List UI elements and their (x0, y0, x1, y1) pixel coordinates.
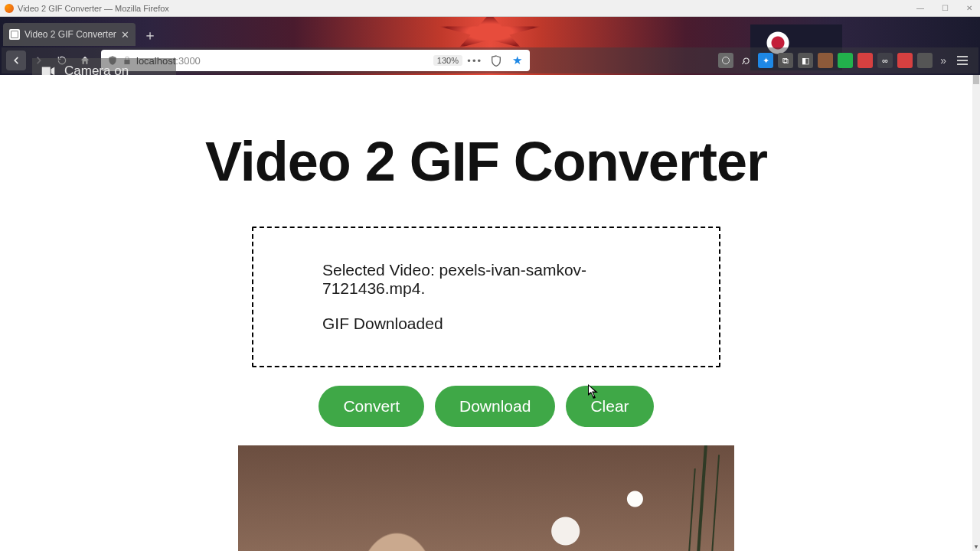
window-close-button[interactable]: ✕ (962, 4, 977, 12)
convert-button[interactable]: Convert (318, 386, 424, 427)
tab-close-icon[interactable]: ✕ (121, 29, 129, 41)
page-content: Video 2 GIF Converter Selected Video: pe… (0, 75, 972, 551)
page-viewport: Video 2 GIF Converter Selected Video: pe… (0, 75, 972, 551)
window-title: Video 2 GIF Converter — Mozilla Firefox (18, 4, 169, 13)
svg-point-1 (723, 57, 730, 64)
button-row: Convert Download Clear (318, 386, 653, 427)
window-minimize-button[interactable]: — (913, 4, 928, 12)
extension-icon[interactable]: ✦ (758, 53, 773, 68)
tab-active[interactable]: Video 2 GIF Converter ✕ (3, 23, 136, 46)
url-text: localhost:3000 (136, 55, 524, 67)
scroll-down-icon[interactable]: ▼ (972, 542, 980, 551)
clear-button[interactable]: Clear (566, 386, 653, 427)
page-heading: Video 2 GIF Converter (205, 130, 767, 193)
extension-icon[interactable] (838, 53, 853, 68)
app-menu-button[interactable] (954, 56, 971, 65)
dropzone[interactable]: Selected Video: pexels-ivan-samkov-71214… (252, 227, 720, 367)
firefox-icon (5, 4, 14, 13)
extension-icon[interactable]: ⧉ (778, 53, 793, 68)
extension-icon[interactable] (858, 53, 873, 68)
new-tab-button[interactable]: ＋ (139, 24, 162, 46)
nav-back-button[interactable] (6, 51, 26, 70)
download-button[interactable]: Download (435, 386, 555, 427)
extension-icon[interactable] (917, 53, 933, 68)
tab-bar: Video 2 GIF Converter ✕ ＋ (3, 21, 977, 46)
os-titlebar: Video 2 GIF Converter — Mozilla Firefox … (0, 0, 980, 17)
extension-icon[interactable] (897, 53, 913, 68)
window-controls: — ☐ ✕ (913, 0, 977, 16)
extension-tray: ✦ ⧉ ◧ ∞ » (718, 53, 974, 68)
arrow-left-icon (11, 55, 21, 66)
page-actions-icon[interactable]: ••• (467, 55, 482, 67)
extension-icon[interactable] (718, 53, 733, 68)
overflow-chevrons-icon[interactable]: » (937, 54, 949, 67)
status-label: GIF Downloaded (322, 315, 650, 333)
vertical-scrollbar[interactable]: ▲ ▼ (972, 75, 980, 551)
extension-icon[interactable]: ◧ (798, 53, 813, 68)
zoom-indicator[interactable]: 130% (433, 55, 462, 66)
window-maximize-button[interactable]: ☐ (937, 4, 952, 12)
reader-mode-icon[interactable] (490, 54, 502, 67)
tab-title: Video 2 GIF Converter (24, 29, 116, 40)
extension-icon[interactable] (818, 53, 833, 68)
extension-icon[interactable]: ∞ (877, 53, 893, 68)
cursor-icon (588, 384, 599, 399)
selected-video-label: Selected Video: pexels-ivan-samkov-71214… (322, 261, 650, 298)
bookmark-star-icon[interactable]: ★ (512, 54, 522, 67)
tab-favicon (9, 29, 20, 40)
url-port: :3000 (175, 55, 201, 67)
scrollbar-thumb[interactable] (973, 75, 979, 84)
extension-icon[interactable] (738, 53, 753, 68)
gif-preview (238, 445, 734, 551)
